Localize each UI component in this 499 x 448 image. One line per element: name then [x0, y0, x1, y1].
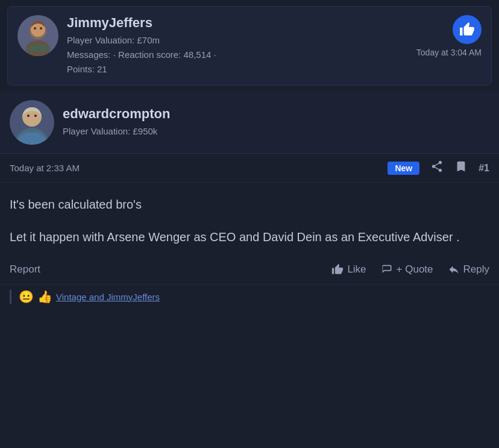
jimmyjeffers-messages: Messages:: [67, 49, 111, 60]
edwardcrompton-info: edwardcrompton Player Valuation: £950k: [63, 106, 170, 139]
jimmyjeffers-reaction: · Reaction score: 48,514 ·: [113, 49, 216, 60]
reply-label: Reply: [463, 263, 489, 276]
jimmyjeffers-info: JimmyJeffers Player Valuation: £70m Mess…: [67, 15, 216, 77]
edwardcrompton-username[interactable]: edwardcrompton: [63, 106, 170, 122]
post-actions: Report Like + Quote Reply: [0, 256, 499, 285]
new-badge: New: [388, 162, 419, 175]
avatar-edwardcrompton-image: [10, 100, 54, 145]
post-meta-bar: Today at 2:33 AM New #1: [0, 154, 499, 183]
reactions-names[interactable]: Vintage and JimmyJeffers: [56, 292, 160, 302]
thumbsup-icon: [459, 22, 475, 37]
accent-bar: [10, 289, 11, 304]
avatar-jimmyjeffers[interactable]: [17, 15, 58, 56]
jimmyjeffers-valuation: Player Valuation: £70m: [67, 35, 160, 45]
reply-button[interactable]: Reply: [448, 263, 489, 276]
bookmark-icon[interactable]: [454, 160, 468, 176]
top-post-timestamp: Today at 3:04 AM: [416, 48, 482, 57]
post-line1: It's been calculated bro's: [10, 195, 489, 214]
jimmyjeffers-username[interactable]: JimmyJeffers: [67, 15, 216, 31]
second-user-header: edwardcrompton Player Valuation: £950k: [0, 92, 499, 154]
top-post-card: JimmyJeffers Player Valuation: £70m Mess…: [7, 6, 492, 86]
like-button-top[interactable]: [453, 15, 482, 44]
svg-point-4: [40, 27, 42, 30]
reply-icon: [448, 263, 460, 276]
post-line2: Let it happen with Arsene Wenger as CEO …: [10, 227, 489, 247]
action-right: Like + Quote Reply: [331, 263, 489, 276]
quote-label: + Quote: [397, 263, 433, 276]
jimmyjeffers-points: Points: 21: [67, 64, 107, 74]
reactions-inner: 😐 👍 Vintage and JimmyJeffers: [19, 289, 160, 304]
svg-point-8: [34, 115, 37, 117]
svg-point-7: [27, 115, 30, 117]
post-number: #1: [479, 163, 489, 174]
post-content: It's been calculated bro's Let it happen…: [0, 183, 499, 256]
quote-icon: [381, 263, 393, 276]
like-icon: [331, 263, 344, 276]
share-icon[interactable]: [430, 160, 444, 176]
emoji-neutral: 😐: [19, 289, 34, 304]
reactions-row-wrapper: 😐 👍 Vintage and JimmyJeffers: [0, 285, 499, 309]
top-post-right: Today at 3:04 AM: [416, 15, 482, 57]
svg-point-3: [34, 27, 36, 30]
emoji-thumbsup: 👍: [37, 289, 52, 304]
like-button[interactable]: Like: [331, 263, 366, 276]
post-timestamp: Today at 2:33 AM: [10, 163, 80, 173]
top-post-left: JimmyJeffers Player Valuation: £70m Mess…: [17, 15, 216, 77]
quote-button[interactable]: + Quote: [381, 263, 433, 276]
post-meta-right: New #1: [388, 160, 489, 176]
like-label: Like: [347, 263, 366, 276]
report-button[interactable]: Report: [10, 263, 40, 276]
avatar-edwardcrompton[interactable]: [10, 100, 54, 145]
avatar-jimmyjeffers-image: [17, 15, 58, 56]
edwardcrompton-valuation: Player Valuation: £950k: [63, 126, 157, 136]
